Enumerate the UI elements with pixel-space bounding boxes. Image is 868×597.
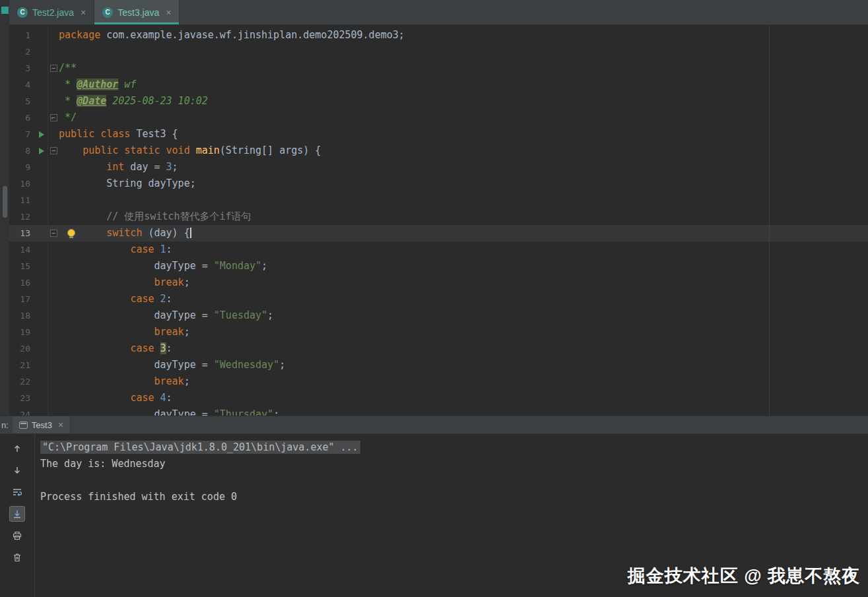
close-icon[interactable]: × xyxy=(81,8,86,17)
line-number: 23 xyxy=(9,390,36,406)
line-number: 2 xyxy=(9,44,36,60)
code-text: dayType = "Wednesday"; xyxy=(59,357,285,373)
line-number: 12 xyxy=(9,208,36,225)
line-number: 19 xyxy=(9,324,36,340)
stripe-scroll-thumb xyxy=(3,186,7,218)
fold-marker[interactable]: − xyxy=(50,147,57,154)
code-text: String dayType; xyxy=(59,175,196,192)
code-line[interactable]: 9 int day = 3; xyxy=(9,159,868,175)
fold-marker[interactable]: − xyxy=(50,65,57,72)
intention-bulb-icon[interactable] xyxy=(67,229,75,237)
java-class-icon: C xyxy=(17,7,28,18)
code-line[interactable]: 23 case 4: xyxy=(9,390,868,406)
code-line[interactable]: 21 dayType = "Wednesday"; xyxy=(9,357,868,373)
code-line[interactable]: 1package com.example.javase.wf.jinshipla… xyxy=(9,27,868,44)
code-text: switch (day) { xyxy=(59,225,191,241)
code-text: case 2: xyxy=(59,291,172,307)
console-line xyxy=(40,472,868,489)
tool-window-icon[interactable] xyxy=(1,7,9,14)
line-number: 11 xyxy=(9,192,36,208)
code-line[interactable]: 13− switch (day) { xyxy=(9,225,868,241)
code-text: * @Author wf xyxy=(59,77,136,93)
line-number: 3 xyxy=(9,60,36,77)
console-line: Process finished with exit code 0 xyxy=(40,489,868,505)
code-text: break; xyxy=(59,274,190,291)
tab-label: Test2.java xyxy=(32,7,74,18)
code-text: dayType = "Tuesday"; xyxy=(59,307,273,324)
code-line[interactable]: 11 xyxy=(9,192,868,208)
code-text: break; xyxy=(59,373,190,390)
code-line[interactable]: 17 case 2: xyxy=(9,291,868,307)
code-text: /** xyxy=(59,60,77,77)
line-number: 10 xyxy=(9,175,36,192)
run-line-icon[interactable] xyxy=(39,148,44,154)
console-icon xyxy=(19,422,28,429)
code-line[interactable]: 14 case 1: xyxy=(9,241,868,258)
code-line[interactable]: 15 dayType = "Monday"; xyxy=(9,258,868,274)
tool-window-stripe xyxy=(0,0,9,416)
line-number: 9 xyxy=(9,159,36,175)
line-number: 6 xyxy=(9,110,36,126)
console-toolbar xyxy=(0,434,35,597)
java-class-icon: C xyxy=(102,7,113,18)
editor-tab-test3-java[interactable]: CTest3.java× xyxy=(94,0,180,24)
print-icon[interactable] xyxy=(9,528,25,544)
console-command-line: "C:\Program Files\Java\jdk1.8.0_201\bin\… xyxy=(40,441,360,454)
code-text: package com.example.javase.wf.jinshiplan… xyxy=(59,27,405,44)
line-number: 16 xyxy=(9,274,36,291)
code-text: break; xyxy=(59,324,190,340)
tab-label: Test3.java xyxy=(117,7,159,18)
code-line[interactable]: 20 case 3: xyxy=(9,340,868,357)
line-number: 7 xyxy=(9,126,36,142)
code-text: public class Test3 { xyxy=(59,126,178,142)
code-text: public static void main(String[] args) { xyxy=(59,142,321,159)
code-line[interactable]: 4 * @Author wf xyxy=(9,77,868,93)
code-line[interactable]: 16 break; xyxy=(9,274,868,291)
code-text: case 4: xyxy=(59,390,172,406)
close-icon[interactable]: × xyxy=(58,420,63,429)
code-text: * @Date 2025-08-23 10:02 xyxy=(59,93,208,110)
line-number: 8 xyxy=(9,142,36,159)
line-number: 14 xyxy=(9,241,36,258)
code-line[interactable]: 22 break; xyxy=(9,373,868,390)
code-text: dayType = "Monday"; xyxy=(59,258,267,274)
line-number: 4 xyxy=(9,77,36,93)
code-line[interactable]: 24 dayType = "Thursday"; xyxy=(9,406,868,416)
code-line[interactable]: 8− public static void main(String[] args… xyxy=(9,142,868,159)
code-line[interactable]: 12 // 使用switch替代多个if语句 xyxy=(9,208,868,225)
line-number: 1 xyxy=(9,27,36,44)
code-lines: 1package com.example.javase.wf.jinshipla… xyxy=(9,26,868,416)
run-tab-label: Test3 xyxy=(32,420,52,430)
run-line-icon[interactable] xyxy=(39,131,44,138)
scroll-to-end-icon[interactable] xyxy=(9,506,25,522)
line-number: 22 xyxy=(9,373,36,390)
right-margin-guide xyxy=(769,26,770,416)
close-icon[interactable]: × xyxy=(166,8,171,17)
code-text: case 1: xyxy=(59,241,172,258)
code-line[interactable]: 18 dayType = "Tuesday"; xyxy=(9,307,868,324)
line-number: 20 xyxy=(9,340,36,357)
fold-marker[interactable]: − xyxy=(50,230,57,237)
code-line[interactable]: 10 String dayType; xyxy=(9,175,868,192)
run-tab-test3[interactable]: Test3 × xyxy=(13,416,71,433)
line-number: 13 xyxy=(9,225,36,241)
code-editor[interactable]: 1package com.example.javase.wf.jinshipla… xyxy=(9,26,868,416)
code-line[interactable]: 3−/** xyxy=(9,60,868,77)
clear-icon[interactable] xyxy=(9,550,25,565)
code-line[interactable]: 7public class Test3 { xyxy=(9,126,868,142)
run-panel-header: n: Test3 × xyxy=(0,416,868,434)
soft-wrap-icon[interactable] xyxy=(9,484,25,500)
line-number: 21 xyxy=(9,357,36,373)
code-line[interactable]: 5 * @Date 2025-08-23 10:02 xyxy=(9,93,868,110)
up-arrow-icon[interactable] xyxy=(9,441,25,456)
code-line[interactable]: 19 break; xyxy=(9,324,868,340)
editor-tab-test2-java[interactable]: CTest2.java× xyxy=(9,0,94,24)
code-text: case 3: xyxy=(59,340,172,357)
down-arrow-icon[interactable] xyxy=(9,462,25,478)
fold-marker[interactable]: ⌐ xyxy=(50,114,57,121)
code-line[interactable]: 6⌐ */ xyxy=(9,110,868,126)
text-caret xyxy=(190,228,191,238)
code-line[interactable]: 2 xyxy=(9,44,868,60)
line-number: 24 xyxy=(9,406,36,416)
code-text: int day = 3; xyxy=(59,159,178,175)
